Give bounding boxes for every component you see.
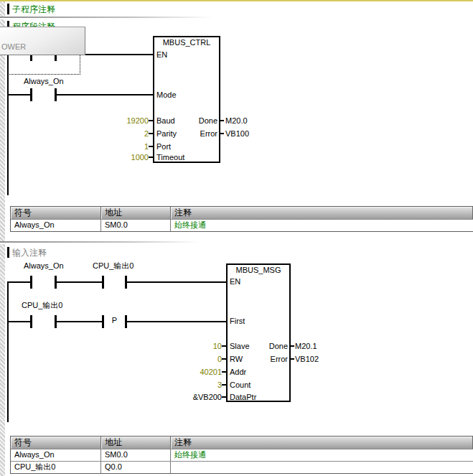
comment-marker-bar xyxy=(7,247,9,258)
output-operand-done[interactable]: M20.0 xyxy=(225,116,248,125)
pin-tick xyxy=(222,345,226,347)
pin-label-en: EN xyxy=(156,50,167,59)
left-margin-hatch xyxy=(0,1,5,476)
pin-label-rw: RW xyxy=(230,355,243,363)
block-title: MBUS_CTRL xyxy=(153,38,220,47)
cell-symbol: Always_On xyxy=(11,220,101,231)
pin-tick xyxy=(222,371,226,373)
cell-comment xyxy=(171,462,473,473)
cell-address: SM0.0 xyxy=(101,220,171,231)
pin-tick xyxy=(222,384,226,386)
pin-tick xyxy=(149,146,153,147)
network-separator xyxy=(0,17,223,19)
param-value-dataptr[interactable]: &VB200 xyxy=(158,393,222,401)
pin-tick xyxy=(220,120,224,121)
rung-wire xyxy=(7,94,30,95)
tooltip-popup: OWER xyxy=(0,27,85,55)
pin-tick xyxy=(220,133,224,134)
positive-edge-contact-label[interactable]: P xyxy=(104,316,125,325)
output-operand-error[interactable]: VB100 xyxy=(225,129,249,138)
col-header-comment: 注释 xyxy=(171,437,473,449)
pin-label-timeout: Timeout xyxy=(156,153,184,162)
param-value-count[interactable]: 3 xyxy=(158,381,222,389)
cell-symbol: CPU_输出0 xyxy=(11,462,101,473)
contact-operand[interactable]: Always_On xyxy=(24,261,64,270)
power-rail xyxy=(7,281,9,422)
output-operand-done[interactable]: M20.1 xyxy=(295,342,317,350)
contact-operand[interactable]: CPU_输出0 xyxy=(93,261,134,270)
rung-wire xyxy=(57,321,102,322)
symbol-table-header: 符号 地址 注释 xyxy=(11,207,473,219)
cell-address: SM0.0 xyxy=(101,449,171,461)
pin-label-first: First xyxy=(230,317,245,325)
rung-wire xyxy=(57,94,153,95)
contact-leg[interactable] xyxy=(30,88,32,101)
cell-symbol: Always_On xyxy=(11,449,101,461)
pin-label-count: Count xyxy=(230,381,250,389)
window-edge-line xyxy=(0,0,473,1)
pin-label-dataptr: DataPtr xyxy=(230,393,256,401)
pin-tick xyxy=(222,358,226,360)
param-value-addr[interactable]: 40201 xyxy=(158,368,222,376)
col-header-comment: 注释 xyxy=(171,207,473,219)
power-rail xyxy=(7,54,9,195)
table-row: CPU_输出0 Q0.0 xyxy=(11,461,473,473)
col-header-address: 地址 xyxy=(101,437,171,449)
symbol-table: 符号 地址 注释 Always_On SM0.0 始终接通 xyxy=(10,206,473,232)
rung-wire xyxy=(7,321,30,322)
rung-wire xyxy=(127,321,226,322)
output-operand-error[interactable]: VB102 xyxy=(295,355,319,363)
symbol-table-header: 符号 地址 注释 xyxy=(11,437,473,449)
col-header-symbol: 符号 xyxy=(11,207,101,219)
pin-label-port: Port xyxy=(156,142,171,151)
table-row: Always_On SM0.0 始终接通 xyxy=(11,219,473,231)
pin-label-parity: Parity xyxy=(156,129,177,138)
rung-wire xyxy=(7,281,30,283)
block-title: MBUS_MSG xyxy=(226,266,291,274)
pou-comment[interactable]: 子程序注释 xyxy=(12,4,55,14)
param-value-rw[interactable]: 0 xyxy=(158,355,222,363)
col-header-symbol: 符号 xyxy=(11,437,101,449)
comment-marker-bar xyxy=(7,4,9,14)
pin-tick xyxy=(222,396,226,398)
pin-label-en: EN xyxy=(230,277,240,286)
table-row: Always_On SM0.0 始终接通 xyxy=(11,449,473,461)
pin-label-done: Done xyxy=(245,342,288,350)
pin-tick xyxy=(291,358,294,360)
cell-comment: 始终接通 xyxy=(171,449,473,461)
tooltip-text: OWER xyxy=(1,42,26,51)
param-value-baud[interactable]: 19200 xyxy=(93,116,149,125)
network2-comment[interactable]: 输入注释 xyxy=(12,248,47,258)
contact-operand[interactable]: CPU_输出0 xyxy=(22,301,62,309)
rung-wire xyxy=(127,281,226,283)
pin-label-addr: Addr xyxy=(230,368,246,376)
pin-tick xyxy=(149,157,153,158)
param-value-timeout[interactable]: 1000 xyxy=(93,153,149,162)
ladder-editor: 子程序注释 程序段注释 Always_On MBUS_CTRL EN Mode … xyxy=(0,0,473,476)
pin-tick xyxy=(149,133,153,134)
pin-label-error: Error xyxy=(174,129,217,138)
contact-leg[interactable] xyxy=(102,276,104,289)
pin-tick xyxy=(149,120,153,121)
rung-wire xyxy=(57,281,102,283)
contact-operand[interactable]: Always_On xyxy=(24,77,64,85)
pin-label-baud: Baud xyxy=(156,116,175,125)
param-value-slave[interactable]: 10 xyxy=(158,342,222,350)
contact-leg[interactable] xyxy=(30,315,32,328)
symbol-table: 符号 地址 注释 Always_On SM0.0 始终接通 CPU_输出0 Q0… xyxy=(10,436,473,474)
cell-address: Q0.0 xyxy=(101,462,171,473)
col-header-address: 地址 xyxy=(101,207,171,219)
pin-tick xyxy=(291,345,294,347)
network-separator xyxy=(0,241,208,244)
contact-leg[interactable] xyxy=(30,276,32,289)
pin-label-error: Error xyxy=(245,355,288,363)
pin-label-mode: Mode xyxy=(156,90,177,99)
param-value-port[interactable]: 1 xyxy=(93,142,149,151)
cell-comment: 始终接通 xyxy=(171,220,473,231)
pin-label-done: Done xyxy=(174,116,217,125)
param-value-parity[interactable]: 2 xyxy=(93,129,149,138)
